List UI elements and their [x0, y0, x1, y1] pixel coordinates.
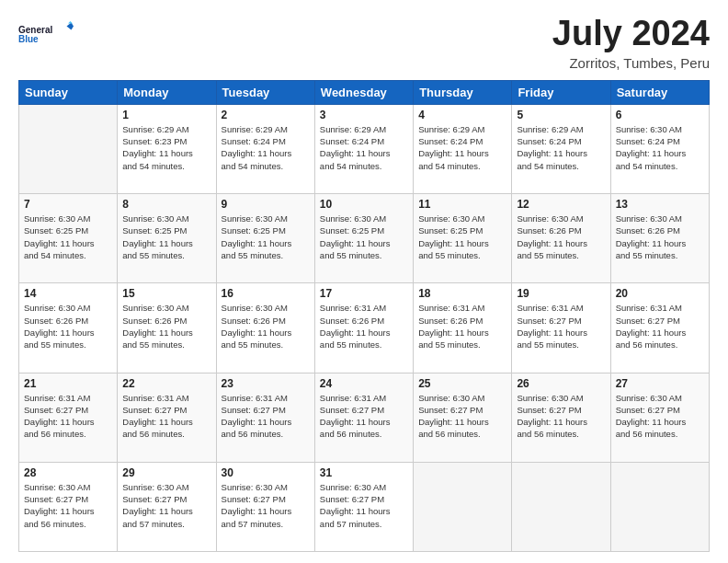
day-number: 18 — [418, 287, 506, 300]
table-row: 24Sunrise: 6:31 AM Sunset: 6:27 PM Dayli… — [314, 373, 413, 462]
page: General Blue July 2024 Zorritos, Tumbes,… — [0, 0, 728, 563]
table-row: 8Sunrise: 6:30 AM Sunset: 6:25 PM Daylig… — [118, 194, 216, 283]
col-sunday: Sunday — [19, 80, 118, 104]
table-row — [512, 462, 610, 551]
day-number: 24 — [320, 377, 408, 390]
day-details: Sunrise: 6:30 AM Sunset: 6:25 PM Dayligh… — [24, 213, 112, 261]
day-details: Sunrise: 6:29 AM Sunset: 6:24 PM Dayligh… — [517, 123, 605, 172]
day-details: Sunrise: 6:30 AM Sunset: 6:27 PM Dayligh… — [320, 481, 408, 530]
day-details: Sunrise: 6:30 AM Sunset: 6:24 PM Dayligh… — [616, 123, 704, 172]
day-number: 10 — [320, 198, 408, 211]
col-saturday: Saturday — [610, 80, 709, 104]
day-number: 15 — [122, 287, 210, 300]
table-row: 5Sunrise: 6:29 AM Sunset: 6:24 PM Daylig… — [512, 104, 610, 193]
table-row: 4Sunrise: 6:29 AM Sunset: 6:24 PM Daylig… — [414, 104, 512, 193]
col-tuesday: Tuesday — [216, 80, 314, 104]
day-details: Sunrise: 6:30 AM Sunset: 6:26 PM Dayligh… — [122, 302, 210, 350]
day-details: Sunrise: 6:31 AM Sunset: 6:26 PM Dayligh… — [418, 302, 506, 350]
day-details: Sunrise: 6:29 AM Sunset: 6:24 PM Dayligh… — [222, 123, 310, 172]
table-row: 27Sunrise: 6:30 AM Sunset: 6:27 PM Dayli… — [610, 373, 709, 462]
table-row: 1Sunrise: 6:29 AM Sunset: 6:23 PM Daylig… — [118, 104, 216, 193]
day-number: 22 — [122, 377, 210, 390]
table-row: 25Sunrise: 6:30 AM Sunset: 6:27 PM Dayli… — [414, 373, 512, 462]
table-row — [19, 104, 118, 193]
svg-text:Blue: Blue — [18, 34, 39, 44]
day-details: Sunrise: 6:30 AM Sunset: 6:26 PM Dayligh… — [222, 302, 310, 350]
day-details: Sunrise: 6:30 AM Sunset: 6:27 PM Dayligh… — [517, 392, 605, 441]
logo: General Blue — [18, 15, 74, 53]
day-number: 1 — [122, 109, 210, 121]
day-details: Sunrise: 6:29 AM Sunset: 6:23 PM Dayligh… — [122, 123, 210, 172]
day-details: Sunrise: 6:30 AM Sunset: 6:27 PM Dayligh… — [122, 481, 210, 530]
day-details: Sunrise: 6:30 AM Sunset: 6:27 PM Dayligh… — [616, 392, 704, 441]
day-number: 29 — [122, 466, 210, 479]
table-row: 18Sunrise: 6:31 AM Sunset: 6:26 PM Dayli… — [414, 283, 512, 373]
day-details: Sunrise: 6:31 AM Sunset: 6:27 PM Dayligh… — [122, 392, 210, 441]
table-row: 11Sunrise: 6:30 AM Sunset: 6:25 PM Dayli… — [414, 194, 512, 283]
week-row-5: 28Sunrise: 6:30 AM Sunset: 6:27 PM Dayli… — [19, 462, 710, 551]
day-number: 17 — [320, 287, 408, 300]
week-row-3: 14Sunrise: 6:30 AM Sunset: 6:26 PM Dayli… — [19, 283, 710, 373]
table-row: 14Sunrise: 6:30 AM Sunset: 6:26 PM Dayli… — [19, 283, 118, 373]
svg-marker-2 — [67, 23, 74, 30]
day-number: 6 — [616, 109, 704, 121]
week-row-4: 21Sunrise: 6:31 AM Sunset: 6:27 PM Dayli… — [19, 373, 710, 462]
day-number: 14 — [24, 287, 112, 300]
day-details: Sunrise: 6:30 AM Sunset: 6:25 PM Dayligh… — [222, 213, 310, 261]
day-details: Sunrise: 6:30 AM Sunset: 6:25 PM Dayligh… — [122, 213, 210, 261]
day-number: 27 — [616, 377, 704, 390]
day-number: 5 — [517, 109, 605, 121]
col-thursday: Thursday — [414, 80, 512, 104]
table-row: 22Sunrise: 6:31 AM Sunset: 6:27 PM Dayli… — [118, 373, 216, 462]
col-monday: Monday — [118, 80, 216, 104]
day-details: Sunrise: 6:30 AM Sunset: 6:27 PM Dayligh… — [222, 481, 310, 530]
day-number: 12 — [517, 198, 605, 211]
table-row: 16Sunrise: 6:30 AM Sunset: 6:26 PM Dayli… — [216, 283, 314, 373]
table-row: 23Sunrise: 6:31 AM Sunset: 6:27 PM Dayli… — [216, 373, 314, 462]
table-row — [610, 462, 709, 551]
calendar-table: Sunday Monday Tuesday Wednesday Thursday… — [18, 80, 710, 552]
day-details: Sunrise: 6:31 AM Sunset: 6:26 PM Dayligh… — [320, 302, 408, 350]
table-row: 7Sunrise: 6:30 AM Sunset: 6:25 PM Daylig… — [19, 194, 118, 283]
table-row: 26Sunrise: 6:30 AM Sunset: 6:27 PM Dayli… — [512, 373, 610, 462]
day-number: 11 — [418, 198, 506, 211]
day-details: Sunrise: 6:30 AM Sunset: 6:25 PM Dayligh… — [320, 213, 408, 261]
day-details: Sunrise: 6:30 AM Sunset: 6:27 PM Dayligh… — [24, 481, 112, 530]
table-row: 2Sunrise: 6:29 AM Sunset: 6:24 PM Daylig… — [216, 104, 314, 193]
day-number: 8 — [122, 198, 210, 211]
day-number: 26 — [517, 377, 605, 390]
day-number: 20 — [616, 287, 704, 300]
day-details: Sunrise: 6:30 AM Sunset: 6:27 PM Dayligh… — [418, 392, 506, 441]
day-details: Sunrise: 6:31 AM Sunset: 6:27 PM Dayligh… — [517, 302, 605, 350]
main-title: July 2024 — [552, 15, 710, 53]
week-row-1: 1Sunrise: 6:29 AM Sunset: 6:23 PM Daylig… — [19, 104, 710, 193]
table-row: 17Sunrise: 6:31 AM Sunset: 6:26 PM Dayli… — [314, 283, 413, 373]
table-row: 10Sunrise: 6:30 AM Sunset: 6:25 PM Dayli… — [314, 194, 413, 283]
subtitle: Zorritos, Tumbes, Peru — [552, 55, 710, 71]
table-row: 3Sunrise: 6:29 AM Sunset: 6:24 PM Daylig… — [314, 104, 413, 193]
day-details: Sunrise: 6:29 AM Sunset: 6:24 PM Dayligh… — [320, 123, 408, 172]
col-wednesday: Wednesday — [314, 80, 413, 104]
day-number: 3 — [320, 109, 408, 121]
day-number: 19 — [517, 287, 605, 300]
table-row: 29Sunrise: 6:30 AM Sunset: 6:27 PM Dayli… — [118, 462, 216, 551]
day-number: 23 — [222, 377, 310, 390]
table-row: 13Sunrise: 6:30 AM Sunset: 6:26 PM Dayli… — [610, 194, 709, 283]
calendar-header-row: Sunday Monday Tuesday Wednesday Thursday… — [19, 80, 710, 104]
day-details: Sunrise: 6:29 AM Sunset: 6:24 PM Dayligh… — [418, 123, 506, 172]
table-row: 12Sunrise: 6:30 AM Sunset: 6:26 PM Dayli… — [512, 194, 610, 283]
table-row: 6Sunrise: 6:30 AM Sunset: 6:24 PM Daylig… — [610, 104, 709, 193]
day-number: 4 — [418, 109, 506, 121]
day-number: 2 — [222, 109, 310, 121]
header: General Blue July 2024 Zorritos, Tumbes,… — [18, 15, 710, 71]
svg-marker-3 — [68, 21, 73, 24]
day-number: 31 — [320, 466, 408, 479]
day-number: 21 — [24, 377, 112, 390]
table-row: 30Sunrise: 6:30 AM Sunset: 6:27 PM Dayli… — [216, 462, 314, 551]
table-row: 21Sunrise: 6:31 AM Sunset: 6:27 PM Dayli… — [19, 373, 118, 462]
day-number: 7 — [24, 198, 112, 211]
day-number: 28 — [24, 466, 112, 479]
title-block: July 2024 Zorritos, Tumbes, Peru — [552, 15, 710, 71]
day-details: Sunrise: 6:31 AM Sunset: 6:27 PM Dayligh… — [222, 392, 310, 441]
day-details: Sunrise: 6:31 AM Sunset: 6:27 PM Dayligh… — [24, 392, 112, 441]
